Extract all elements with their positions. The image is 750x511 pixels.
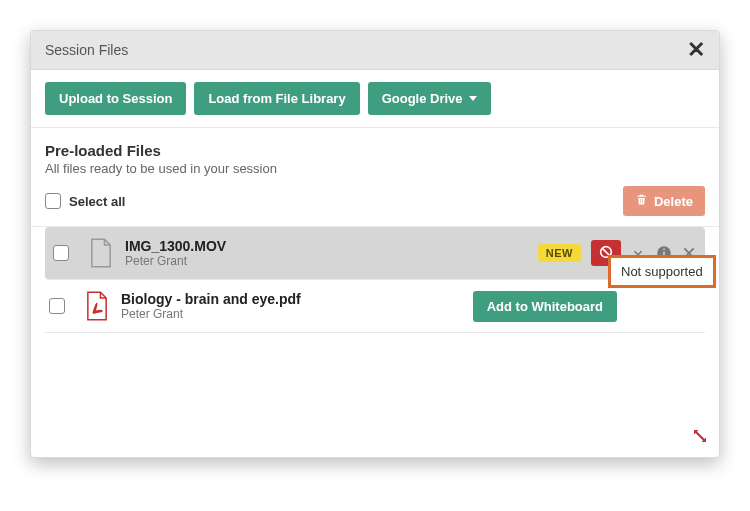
dialog-header: Session Files ✕ bbox=[31, 31, 719, 70]
upload-label: Upload to Session bbox=[59, 91, 172, 106]
file-meta: IMG_1300.MOV Peter Grant bbox=[125, 238, 528, 268]
select-row: Select all Delete bbox=[45, 186, 705, 224]
file-icon bbox=[87, 237, 115, 269]
preloaded-title: Pre-loaded Files bbox=[45, 142, 705, 159]
primary-actions: Upload to Session Load from File Library… bbox=[31, 70, 719, 127]
preloaded-section: Pre-loaded Files All files ready to be u… bbox=[31, 127, 719, 226]
file-row[interactable]: IMG_1300.MOV Peter Grant NEW bbox=[45, 227, 705, 280]
add-to-whiteboard-button[interactable]: Add to Whiteboard bbox=[473, 291, 617, 322]
google-drive-button[interactable]: Google Drive bbox=[368, 82, 491, 115]
chevron-down-icon bbox=[469, 96, 477, 101]
tooltip-text: Not supported bbox=[621, 264, 703, 279]
load-from-library-button[interactable]: Load from File Library bbox=[194, 82, 359, 115]
file-owner: Peter Grant bbox=[125, 254, 528, 268]
select-all-label: Select all bbox=[69, 194, 125, 209]
load-library-label: Load from File Library bbox=[208, 91, 345, 106]
file-owner: Peter Grant bbox=[121, 307, 463, 321]
file-meta: Biology - brain and eye.pdf Peter Grant bbox=[121, 291, 463, 321]
session-files-dialog: Session Files ✕ Upload to Session Load f… bbox=[30, 30, 720, 458]
select-all-checkbox[interactable] bbox=[45, 193, 61, 209]
new-badge: NEW bbox=[538, 244, 581, 262]
file-name: Biology - brain and eye.pdf bbox=[121, 291, 463, 307]
file-checkbox[interactable] bbox=[53, 245, 69, 261]
delete-button[interactable]: Delete bbox=[623, 186, 705, 216]
spacer bbox=[31, 347, 719, 457]
file-name: IMG_1300.MOV bbox=[125, 238, 528, 254]
select-all-label-wrap[interactable]: Select all bbox=[45, 193, 125, 209]
file-checkbox[interactable] bbox=[49, 298, 65, 314]
dialog-title: Session Files bbox=[45, 42, 128, 58]
delete-label: Delete bbox=[654, 194, 693, 209]
trash-icon bbox=[635, 193, 648, 209]
resize-handle[interactable] bbox=[691, 427, 709, 449]
svg-rect-4 bbox=[663, 249, 665, 251]
resize-icon bbox=[691, 431, 709, 448]
pdf-icon bbox=[83, 290, 111, 322]
add-to-whiteboard-label: Add to Whiteboard bbox=[487, 299, 603, 314]
google-drive-label: Google Drive bbox=[382, 91, 463, 106]
not-supported-tooltip: Not supported bbox=[608, 255, 716, 288]
close-button[interactable]: ✕ bbox=[687, 39, 705, 61]
upload-to-session-button[interactable]: Upload to Session bbox=[45, 82, 186, 115]
file-row[interactable]: Biology - brain and eye.pdf Peter Grant … bbox=[45, 280, 705, 333]
preloaded-subtitle: All files ready to be used in your sessi… bbox=[45, 161, 705, 176]
